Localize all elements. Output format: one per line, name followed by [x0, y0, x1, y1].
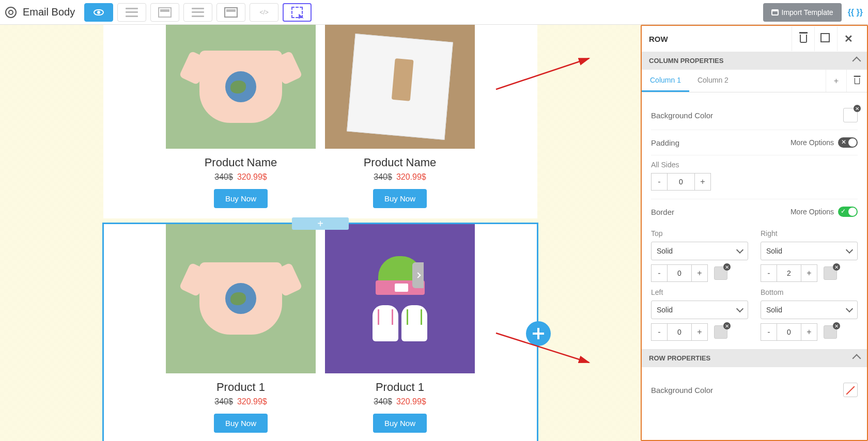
code-view-button[interactable]: </> — [250, 3, 278, 22]
panel-title: ROW — [649, 35, 668, 43]
clear-border-right-color[interactable]: ✕ — [833, 263, 840, 271]
border-left-style-select[interactable]: Solid — [651, 301, 748, 319]
border-row: Border More Options ✓ — [651, 199, 858, 224]
tshirt-graphic — [199, 262, 282, 335]
buy-button[interactable]: Buy Now — [373, 414, 427, 433]
bg-color-row: Background Color ✕ — [651, 101, 858, 130]
product-card[interactable]: Product 1 340$320.99$ Buy Now — [166, 224, 316, 433]
border-bottom-style-select[interactable]: Solid — [761, 301, 858, 319]
doc-icon — [224, 7, 238, 18]
new-price: 320.99$ — [396, 397, 426, 406]
clear-border-left-color[interactable]: ✕ — [723, 322, 731, 329]
layout-text-button[interactable] — [117, 3, 146, 22]
border-left-decrement[interactable]: - — [651, 323, 668, 341]
border-top-decrement[interactable]: - — [651, 264, 668, 282]
border-right-value[interactable]: 2 — [777, 264, 801, 282]
tab-column-2[interactable]: Column 2 — [689, 70, 737, 92]
border-right-cell: Right Solid - 2 + ✕ — [761, 229, 858, 282]
product-card[interactable]: Product Name 340$320.99$ Buy Now — [325, 25, 475, 208]
border-bottom-decrement[interactable]: - — [761, 323, 777, 341]
product-name: Product 1 — [325, 381, 475, 394]
old-price: 340$ — [214, 172, 233, 181]
border-top-value[interactable]: 0 — [668, 264, 691, 282]
collapse-panel-button[interactable] — [412, 262, 424, 288]
tab-column-1[interactable]: Column 1 — [642, 70, 689, 92]
border-right-style-value: Solid — [766, 247, 782, 255]
border-right-style-select[interactable]: Solid — [761, 242, 858, 260]
delete-column-button[interactable] — [846, 70, 867, 92]
toolbar-left: Email Body </> — [5, 3, 312, 22]
close-panel-button[interactable]: ✕ — [837, 26, 860, 51]
border-left-cell: Left Solid - 0 + ✕ — [651, 288, 748, 341]
eye-icon — [94, 9, 104, 15]
layout-doc-button[interactable] — [216, 3, 245, 22]
border-left-label: Left — [651, 288, 748, 296]
padding-more-options-label: More Options — [791, 138, 834, 147]
code-icon: </> — [259, 9, 268, 16]
column-properties-header[interactable]: COLUMN PROPERTIES — [642, 52, 867, 70]
row-properties-header[interactable]: ROW PROPERTIES — [642, 349, 867, 367]
product-card[interactable]: Product Name 340$320.99$ Buy Now — [166, 25, 316, 208]
product-name: Product 1 — [166, 381, 316, 394]
preview-button[interactable] — [84, 3, 113, 22]
buy-button[interactable]: Buy Now — [214, 189, 268, 208]
buy-button[interactable]: Buy Now — [214, 414, 268, 433]
clear-border-top-color[interactable]: ✕ — [723, 263, 731, 271]
product-row-selected[interactable]: + Product 1 340$320.99$ Buy Now — [103, 224, 537, 441]
column-properties-body: Background Color ✕ Padding More Options … — [642, 92, 867, 349]
border-more-options-toggle[interactable]: ✓ — [838, 207, 858, 217]
buy-button[interactable]: Buy Now — [373, 189, 427, 208]
add-row-button[interactable]: + — [292, 217, 349, 230]
border-label: Border — [651, 208, 674, 216]
border-top-cell: Top Solid - 0 + ✕ — [651, 229, 748, 282]
toggle-on-icon: ✓ — [841, 208, 846, 215]
select-mode-button[interactable] — [283, 3, 312, 22]
new-price: 320.99$ — [237, 397, 267, 406]
border-right-label: Right — [761, 229, 858, 238]
product-image — [166, 25, 316, 149]
padding-all-sides-group: All Sides - 0 + — [651, 161, 858, 199]
delete-row-button[interactable] — [792, 26, 814, 51]
border-bottom-increment[interactable]: + — [801, 323, 817, 341]
layout-image-top-button[interactable] — [150, 3, 179, 22]
all-sides-decrement[interactable]: - — [651, 173, 668, 191]
clear-border-bottom-color[interactable]: ✕ — [833, 322, 840, 329]
border-top-style-select[interactable]: Solid — [651, 242, 748, 260]
product-image — [325, 25, 475, 149]
padding-row: Padding More Options ✕ — [651, 130, 858, 155]
border-top-increment[interactable]: + — [691, 264, 708, 282]
all-sides-value[interactable]: 0 — [668, 173, 694, 191]
product-row[interactable]: Product Name 340$320.99$ Buy Now Product… — [103, 25, 537, 218]
border-top-style-value: Solid — [657, 247, 673, 255]
all-sides-increment[interactable]: + — [694, 173, 711, 191]
properties-panel: ROW ✕ COLUMN PROPERTIES Column 1 Column … — [641, 25, 868, 441]
border-right-increment[interactable]: + — [801, 264, 817, 282]
bg-color-label: Background Color — [651, 111, 713, 120]
border-top-label: Top — [651, 229, 748, 238]
padding-more-options-toggle[interactable]: ✕ — [838, 137, 858, 148]
chevron-down-icon — [846, 246, 853, 254]
move-icon — [533, 328, 544, 339]
add-column-button[interactable]: + — [826, 70, 846, 92]
import-template-button[interactable]: Import Template — [763, 3, 842, 22]
border-left-increment[interactable]: + — [691, 323, 708, 341]
product-card[interactable]: Product 1 340$320.99$ Buy Now — [325, 224, 475, 433]
layout-text2-button[interactable] — [183, 3, 212, 22]
product-image — [166, 224, 316, 373]
border-bottom-value[interactable]: 0 — [777, 323, 801, 341]
clear-bg-color-button[interactable]: ✕ — [854, 105, 861, 112]
move-row-handle[interactable] — [526, 321, 551, 346]
border-left-style-value: Solid — [657, 306, 673, 314]
row-bg-color-swatch[interactable] — [843, 383, 858, 397]
border-left-value[interactable]: 0 — [668, 323, 691, 341]
border-right-decrement[interactable]: - — [761, 264, 777, 282]
new-price: 320.99$ — [237, 172, 267, 181]
old-price: 340$ — [374, 397, 392, 406]
chevron-up-icon — [853, 56, 861, 65]
border-left-width-stepper: - 0 + — [651, 323, 708, 341]
padding-label: Padding — [651, 138, 679, 147]
duplicate-row-button[interactable] — [814, 26, 837, 51]
merge-tags-button[interactable]: {{ }} — [848, 8, 863, 17]
product-prices: 340$320.99$ — [166, 172, 316, 182]
close-icon: ✕ — [844, 33, 853, 45]
